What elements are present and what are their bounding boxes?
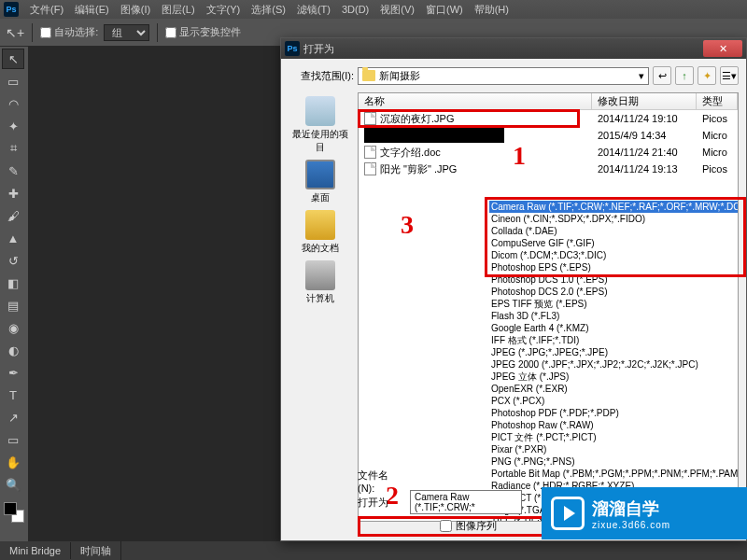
format-option[interactable]: CompuServe GIF (*.GIF) [489,237,739,249]
col-date[interactable]: 修改日期 [592,93,697,109]
dialog-titlebar[interactable]: Ps 打开为 ✕ [281,38,746,59]
open-as-select[interactable]: Camera Raw (*.TIF;*.CRW;* [410,490,522,514]
new-folder-button[interactable]: ✦ [698,66,716,85]
back-button[interactable]: ↩ [653,66,671,85]
eraser-tool[interactable]: ◧ [2,273,24,293]
col-type[interactable]: 类型 [697,93,738,109]
format-option[interactable]: PCX (*.PCX) [489,395,739,407]
close-button[interactable]: ✕ [703,40,742,57]
look-in-select[interactable]: 新闻摄影 ▾ [358,67,649,85]
auto-select-wrapper[interactable]: 自动选择: [40,25,98,39]
menu-file[interactable]: 文件(F) [24,1,69,19]
file-list[interactable]: 名称 修改日期 类型 沉寂的夜灯.JPG 2014/11/24 19:10 Pi… [358,92,739,522]
place-documents[interactable]: 我的文档 [302,210,339,255]
tab-timeline[interactable]: 时间轴 [71,541,121,561]
history-brush-tool[interactable]: ↺ [2,250,24,271]
hand-tool[interactable]: ✋ [2,452,24,472]
image-sequence-row[interactable]: 图像序列 [440,519,497,533]
file-row[interactable]: 2015/4/9 14:34 Micro [359,127,738,144]
image-sequence-checkbox[interactable] [440,520,452,532]
place-computer[interactable]: 计算机 [305,260,335,305]
tools-panel: ↖ ▭ ◠ ✦ ⌗ ✎ ✚ 🖌 ▲ ↺ ◧ ▤ ◉ ◐ ✒ T ↗ ▭ ✋ 🔍 [0,47,28,526]
format-option[interactable]: EPS TIFF 预览 (*.EPS) [489,298,739,310]
tab-mini-bridge[interactable]: Mini Bridge [0,542,71,559]
menu-type[interactable]: 文字(Y) [201,1,247,19]
menu-filter[interactable]: 滤镜(T) [291,1,336,19]
foreground-swatch[interactable] [4,502,17,515]
format-option[interactable]: JPEG 立体 (*.JPS) [489,371,739,383]
path-tool[interactable]: ↗ [2,407,24,427]
redacted-filename [364,128,504,143]
shape-tool[interactable]: ▭ [2,429,24,450]
format-option[interactable]: Cineon (*.CIN;*.SDPX;*.DPX;*.FIDO) [489,213,739,225]
brush-tool[interactable]: 🖌 [2,205,24,226]
file-row[interactable]: 阳光 "剪影" .JPG 2014/11/24 19:13 Picos [359,161,738,177]
menu-select[interactable]: 选择(S) [246,1,291,19]
menu-help[interactable]: 帮助(H) [469,1,514,19]
file-row[interactable]: 沉寂的夜灯.JPG 2014/11/24 19:10 Picos [359,110,738,127]
up-button[interactable]: ↑ [675,66,694,85]
col-name[interactable]: 名称 [359,93,592,109]
file-row[interactable]: 文字介绍.doc 2014/11/24 21:40 Micro [359,144,738,161]
show-transform-wrapper[interactable]: 显示变换控件 [165,25,241,39]
open-as-dialog: Ps 打开为 ✕ 查找范围(I): 新闻摄影 ▾ ↩ ↑ ✦ ☰▾ 最近使用的项… [280,37,747,541]
format-option[interactable]: Collada (*.DAE) [489,225,739,237]
auto-select-label: 自动选择: [54,25,98,39]
watermark-title: 溜溜自学 [592,497,670,520]
color-swatches[interactable] [2,500,26,525]
eyedropper-tool[interactable]: ✎ [2,161,24,181]
crop-tool[interactable]: ⌗ [2,138,24,159]
place-desktop[interactable]: 桌面 [305,160,335,204]
pen-tool[interactable]: ✒ [2,362,24,383]
gradient-tool[interactable]: ▤ [2,295,24,315]
format-option[interactable]: Dicom (*.DCM;*.DC3;*.DIC) [489,249,739,261]
menu-image[interactable]: 图像(I) [115,1,156,19]
desktop-icon [305,160,335,189]
wand-tool[interactable]: ✦ [2,116,24,136]
format-option[interactable]: Camera Raw (*.TIF;*.CRW;*.NEF;*.RAF;*.OR… [489,201,739,213]
dodge-tool[interactable]: ◐ [2,340,24,360]
play-icon [551,497,585,530]
format-option[interactable]: OpenEXR (*.EXR) [489,383,739,395]
show-transform-label: 显示变换控件 [179,25,241,39]
menu-window[interactable]: 窗口(W) [420,1,469,19]
format-option[interactable]: PNG (*.PNG;*.PNS) [489,455,739,468]
place-recent[interactable]: 最近使用的项目 [289,96,352,154]
format-option[interactable]: Portable Bit Map (*.PBM;*.PGM;*.PPM;*.PN… [489,468,739,480]
show-transform-checkbox[interactable] [165,27,176,38]
file-icon [364,146,376,159]
stamp-tool[interactable]: ▲ [2,228,24,248]
ps-logo-icon: Ps [4,2,19,17]
auto-select-checkbox[interactable] [40,27,51,38]
menu-edit[interactable]: 编辑(E) [69,1,115,19]
menu-view[interactable]: 视图(V) [374,1,420,19]
zoom-tool[interactable]: 🔍 [2,474,24,495]
file-icon [364,112,376,125]
format-option[interactable]: IFF 格式 (*.IFF;*.TDI) [489,334,739,346]
format-option[interactable]: JPEG (*.JPG;*.JPEG;*.JPE) [489,346,739,358]
format-option[interactable]: Google Earth 4 (*.KMZ) [489,322,739,334]
format-option[interactable]: JPEG 2000 (*.JPF;*.JPX;*.JP2;*.J2C;*.J2K… [489,358,739,371]
format-option[interactable]: Photoshop PDF (*.PDF;*.PDP) [489,407,739,419]
move-tool[interactable]: ↖ [2,49,24,69]
format-option[interactable]: Photoshop DCS 1.0 (*.EPS) [489,273,739,286]
blur-tool[interactable]: ◉ [2,317,24,338]
lasso-tool[interactable]: ◠ [2,93,24,114]
format-dropdown[interactable]: Camera Raw (*.TIF;*.CRW;*.NEF;*.RAF;*.OR… [489,201,739,522]
auto-select-mode[interactable]: 组 [104,24,149,41]
healing-tool[interactable]: ✚ [2,183,24,203]
view-menu-button[interactable]: ☰▾ [720,66,739,85]
type-tool[interactable]: T [2,385,24,405]
format-option[interactable]: Flash 3D (*.FL3) [489,310,739,322]
format-option[interactable]: Pixar (*.PXR) [489,443,739,455]
format-option[interactable]: Photoshop Raw (*.RAW) [489,419,739,431]
menu-3d[interactable]: 3D(D) [336,2,374,17]
documents-icon [305,210,335,240]
format-option[interactable]: Photoshop EPS (*.EPS) [489,261,739,273]
format-option[interactable]: Photoshop DCS 2.0 (*.EPS) [489,286,739,298]
format-option[interactable]: PICT 文件 (*.PCT;*.PICT) [489,431,739,443]
marquee-tool[interactable]: ▭ [2,71,24,91]
watermark: 溜溜自学 zixue.3d66.com [542,487,747,539]
file-list-header: 名称 修改日期 类型 [359,93,738,110]
menu-layer[interactable]: 图层(L) [156,1,200,19]
